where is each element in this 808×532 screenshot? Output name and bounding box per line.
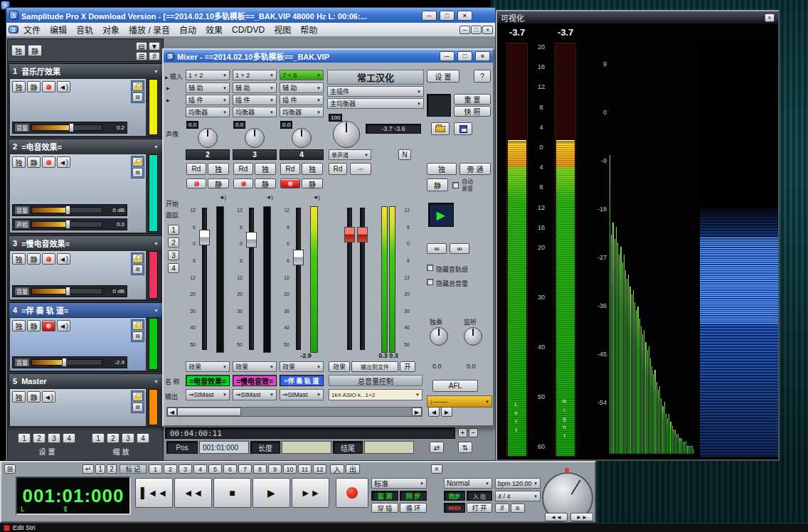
main-titlebar[interactable]: S Samplitude Pro X Download Version - [=… (6, 8, 495, 23)
track-row-master[interactable]: 5 Master ▼ 独 静 ◄) ⊞ (9, 373, 163, 427)
mixer-restore-button[interactable]: □ (457, 51, 472, 61)
setup-3-button[interactable]: 3 (48, 433, 60, 443)
mixer-bank-1-button[interactable]: 1 (168, 225, 179, 235)
end-value-field[interactable] (364, 441, 414, 454)
normalize-button[interactable]: N (398, 149, 411, 160)
mixer-close-button[interactable]: × (475, 51, 490, 61)
track-row-1[interactable]: 1 音乐厅效果 ▼ 独 静 ◄) 音量 0.2 ⊞ (9, 63, 163, 137)
monitor-level-knob[interactable] (464, 327, 482, 346)
record-ready-button[interactable]: Rd (280, 163, 300, 175)
setup-2-button[interactable]: 2 (33, 433, 46, 443)
midi-button[interactable]: MIDI (444, 503, 465, 513)
fader-handle[interactable] (293, 250, 304, 265)
pan-slider[interactable] (31, 221, 102, 228)
lock-icon[interactable] (132, 157, 143, 166)
track-mute-button[interactable]: 静 (27, 253, 41, 265)
folder-icon[interactable] (431, 122, 450, 135)
chevron-down-icon[interactable]: ▼ (154, 308, 159, 313)
track-solo-button[interactable]: 独 (12, 156, 26, 168)
scroll-page-right-icon[interactable]: ► (441, 407, 452, 417)
fader-handle[interactable] (357, 227, 368, 243)
mute-button[interactable]: 静 (208, 179, 229, 188)
marker-button[interactable]: 11 (298, 464, 312, 474)
zoom-in-button[interactable]: + (458, 428, 467, 437)
pos-value-field[interactable]: 001:01:000 (199, 441, 249, 454)
close-button[interactable]: × (457, 11, 472, 21)
master-output-select[interactable]: 1kX ASIO k...1+2 (329, 389, 422, 400)
menu-view[interactable]: 视图 (270, 23, 295, 36)
setup-1-button[interactable]: 1 (18, 433, 31, 443)
scroll-page-left-icon[interactable]: ◄ (428, 407, 440, 417)
scroll-thumb[interactable] (177, 408, 241, 416)
taskbar-app-label[interactable]: Edit Stri (13, 524, 36, 531)
fader-handle[interactable] (344, 227, 355, 243)
pan-knob[interactable] (245, 128, 265, 148)
zoom-2-button[interactable]: 2 (107, 433, 119, 443)
track-header[interactable]: 4 =伴 奏 轨 道= ▼ (9, 303, 162, 317)
swap-icon[interactable]: ⇄ (430, 442, 444, 453)
export-to-file-button[interactable]: 输出到文件 (351, 361, 398, 372)
input-select[interactable]: 1 + 2 (233, 70, 277, 80)
fader-track[interactable] (202, 208, 207, 350)
route-select[interactable]: ↓------- (427, 395, 492, 408)
afl-button[interactable]: AFL (432, 380, 478, 392)
mixer-bank-3-button[interactable]: 3 (168, 250, 179, 260)
marker-button[interactable]: 10 (283, 464, 297, 474)
track-solo-button[interactable]: 独 (12, 320, 26, 331)
snapshot-button[interactable]: 快 照 (454, 106, 491, 117)
timeline-position[interactable]: 00:04:00:11 (165, 427, 455, 439)
range-2-button[interactable]: 2 (107, 464, 117, 474)
track-header[interactable]: 1 音乐厅效果 ▼ (9, 64, 162, 78)
zoom-out-button[interactable]: − (469, 428, 478, 437)
global-bypass-button[interactable]: 旁 通 (459, 163, 491, 175)
zoom-4-button[interactable]: 4 (137, 433, 149, 443)
solo-button[interactable]: 独 (302, 163, 323, 175)
chevron-down-icon[interactable]: ▼ (154, 241, 159, 246)
marker-button[interactable]: 2 (164, 464, 177, 474)
chevron-down-icon[interactable]: ▼ (154, 144, 159, 149)
mdi-restore-button[interactable]: □ (471, 26, 482, 34)
lock-icon[interactable] (132, 321, 143, 330)
scroll-track[interactable] (241, 408, 412, 416)
restore-button[interactable]: □ (440, 11, 455, 21)
forward-button[interactable]: ►► (292, 478, 329, 508)
track-record-button[interactable] (42, 81, 55, 92)
fader-handle[interactable] (199, 230, 210, 245)
open-button[interactable]: 打 开 (467, 503, 492, 513)
chevron-down-icon[interactable]: ▼ (149, 42, 160, 50)
channel-name[interactable]: =伴 奏 轨 道 (280, 375, 324, 386)
loop-button[interactable]: 循 环 (400, 503, 427, 513)
menu-file[interactable]: 文件 (19, 23, 45, 36)
grid-icon[interactable]: ⊞ (136, 52, 147, 60)
lock-icon[interactable] (132, 82, 143, 91)
shuttle-forward-button[interactable]: ►► (570, 513, 593, 521)
taskbar[interactable]: Edit Stri (0, 523, 808, 532)
transport-close-button[interactable]: × (431, 464, 442, 474)
play-mode-select[interactable]: Normal (444, 478, 492, 489)
fader-handle[interactable] (246, 232, 257, 248)
track-row-2[interactable]: 2 =电音效果= ▼ 独 静 ◄) 音量 0 dB 声相 0.0 (9, 139, 163, 234)
master-fader-left[interactable] (347, 208, 352, 350)
track-header[interactable]: 2 =电音效果= ▼ (9, 139, 162, 154)
aux-button[interactable]: 辅 助 (233, 83, 277, 93)
bypass-icon[interactable]: -○- (350, 163, 371, 175)
return-icon[interactable]: ↵ (83, 464, 94, 474)
track-speaker-button[interactable]: ◄) (57, 156, 70, 168)
input-select[interactable]: 7 + 8 (280, 70, 324, 80)
volume-slider[interactable] (31, 124, 102, 131)
aux-button[interactable]: 辅 助 (186, 83, 230, 93)
fader-track[interactable] (296, 208, 301, 350)
menu-automation[interactable]: 自动 (175, 23, 201, 36)
all-mute-button[interactable]: 静 (28, 45, 42, 56)
track-header[interactable]: 5 Master ▼ (9, 374, 162, 388)
input-select[interactable]: 1 + 2 (186, 70, 230, 80)
speaker-icon[interactable]: ◄) (312, 194, 320, 201)
mdi-close-button[interactable]: × (482, 26, 493, 34)
punch-in-button[interactable]: 入 (330, 464, 344, 474)
play-button[interactable]: ▶ (428, 203, 454, 227)
play-button[interactable]: ▶ (253, 478, 290, 508)
lock-icon[interactable] (132, 392, 143, 401)
plugins-button[interactable]: 插 件 (233, 95, 277, 105)
master-eq-button[interactable]: 主均衡器 (327, 98, 424, 109)
reset-button[interactable]: 重 置 (454, 94, 491, 105)
